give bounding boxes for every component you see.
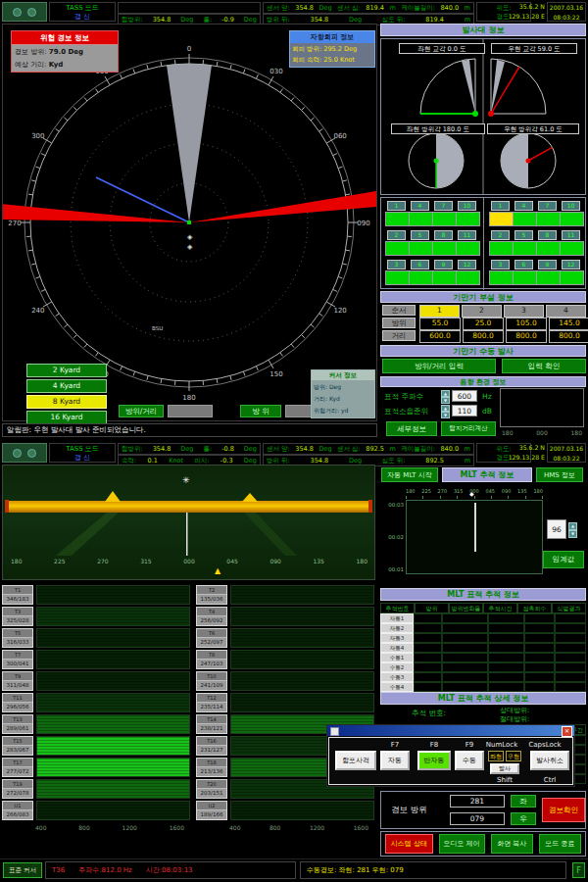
- alarm-port-button[interactable]: 좌: [511, 795, 536, 808]
- noise-level-value[interactable]: 110: [452, 405, 477, 416]
- deploy-bearing-value[interactable]: 105.0: [506, 318, 547, 330]
- refresh-label[interactable]: 갱 신: [50, 454, 115, 463]
- dialog-titlebar[interactable]: ✕: [327, 725, 574, 736]
- track-row[interactable]: T10241/109: [196, 670, 374, 692]
- deploy-range-value[interactable]: 800.0: [463, 330, 504, 343]
- track-row[interactable]: T15283/067: [2, 735, 190, 757]
- track-row[interactable]: T19272/078: [2, 778, 190, 800]
- deploy-range-value[interactable]: 600.0: [419, 330, 461, 343]
- tube-cell[interactable]: 6: [513, 260, 535, 288]
- track-row[interactable]: T17277/072: [2, 757, 190, 778]
- tube-cell[interactable]: 9: [536, 260, 559, 288]
- tube-cell[interactable]: 7: [432, 201, 455, 229]
- spin-up-icon[interactable]: ▲: [441, 405, 450, 412]
- indicator-lamps-button[interactable]: [2, 2, 47, 22]
- noise-spinner[interactable]: ▲▼: [441, 405, 450, 417]
- mlt-track-row[interactable]: 자동1: [380, 613, 586, 623]
- alarm-confirm-button[interactable]: 경보확인: [542, 798, 585, 822]
- mode-exit-button[interactable]: 모드 종료: [539, 834, 581, 854]
- radar-plot[interactable]: 0030060090120150180210240270300330 ◈ ◈ B…: [3, 24, 376, 420]
- tube-cell[interactable]: 8: [536, 230, 559, 259]
- range-scale-button[interactable]: 2 Kyard: [26, 364, 107, 377]
- tube-cell[interactable]: 12: [456, 260, 478, 288]
- tube-cell[interactable]: 1: [489, 201, 512, 229]
- deploy-range-value[interactable]: 800.0: [506, 330, 547, 343]
- tube-cell[interactable]: 6: [409, 260, 431, 288]
- mlt-track-row[interactable]: 수동2: [380, 662, 586, 672]
- tube-cell[interactable]: 12: [560, 260, 582, 288]
- tube-cell[interactable]: 4: [409, 201, 431, 229]
- launch-control-dialog[interactable]: ✕ F7 F8 F9 NumLock CapsLock 함포사격 자동 반자동 …: [326, 724, 575, 787]
- track-row[interactable]: T3325/028: [2, 606, 190, 627]
- threshold-value[interactable]: 96: [547, 519, 566, 539]
- range-scale-button[interactable]: 4 Kyard: [26, 379, 107, 393]
- hms-info-button[interactable]: HMS 정보: [536, 467, 583, 482]
- order-button[interactable]: 3: [504, 305, 544, 318]
- tube-cell[interactable]: 10: [456, 201, 478, 229]
- target-freq-value[interactable]: 600: [452, 390, 477, 402]
- auto-mlt-start-button[interactable]: 자동 MLT 시작: [381, 467, 438, 482]
- fire-cancel-button[interactable]: 발사취소: [530, 751, 569, 770]
- spin-up-icon[interactable]: ▲: [568, 522, 577, 530]
- standard-cursor-button[interactable]: 표준 커서: [3, 862, 42, 878]
- f-key-button[interactable]: F: [572, 862, 585, 878]
- deploy-bearing-value[interactable]: 25.0: [463, 318, 504, 330]
- mlt-track-row[interactable]: 자동3: [380, 633, 586, 643]
- range-scale-button[interactable]: 8 Kyard: [26, 395, 107, 409]
- bearing-button[interactable]: 방 위: [240, 405, 281, 417]
- mlt-track-row[interactable]: 자동2: [380, 623, 586, 633]
- bearing-range-input-button[interactable]: 방위/거리 입력: [382, 359, 496, 373]
- mlt-chart[interactable]: 180225270315000045090135180 ◆ 00:0300:02…: [380, 486, 586, 584]
- indicator-lamps-button[interactable]: [2, 443, 47, 463]
- track-row[interactable]: T12235/114: [196, 692, 374, 713]
- track-row[interactable]: T4256/092: [196, 606, 374, 627]
- fire-button[interactable]: 발사: [490, 763, 519, 774]
- tube-cell[interactable]: 3: [489, 260, 512, 288]
- alarm-stbd-button[interactable]: 우: [511, 812, 536, 825]
- track-row[interactable]: U1266/083: [2, 800, 190, 821]
- track-row[interactable]: T13289/061: [2, 713, 190, 735]
- track-row[interactable]: T6252/097: [196, 627, 374, 649]
- tube-cell[interactable]: 5: [409, 230, 431, 259]
- range-scale-button[interactable]: 16 Kyard: [26, 411, 107, 424]
- semi-auto-mode-button[interactable]: 반자동: [417, 751, 451, 770]
- track-row[interactable]: T2135/036: [196, 584, 374, 606]
- tube-cell[interactable]: 9: [432, 260, 455, 288]
- tube-cell[interactable]: 1: [385, 201, 408, 229]
- tube-cell[interactable]: 7: [536, 201, 559, 229]
- stbd-select-button[interactable]: 우현: [506, 751, 521, 761]
- spin-down-icon[interactable]: ▼: [441, 412, 450, 418]
- waterfall-display[interactable]: ✳ 180225270315000045090135180 ▲: [2, 465, 375, 580]
- audio-control-button[interactable]: 오디오 제어: [439, 834, 485, 854]
- spin-down-icon[interactable]: ▼: [568, 530, 577, 538]
- close-icon[interactable]: ✕: [562, 726, 572, 737]
- tube-cell[interactable]: 5: [513, 230, 535, 259]
- bearing-cursor-triangle[interactable]: ▲: [215, 566, 220, 575]
- freq-spinner[interactable]: ▲▼: [441, 390, 450, 403]
- screen-copy-button[interactable]: 화면 복사: [491, 834, 533, 854]
- mlt-track-row[interactable]: 자동4: [380, 643, 586, 653]
- track-row[interactable]: U2189/166: [196, 800, 374, 821]
- tube-cell[interactable]: 2: [385, 230, 408, 259]
- tube-cell[interactable]: 10: [560, 201, 582, 229]
- tube-cell[interactable]: 11: [456, 230, 478, 259]
- tube-cell[interactable]: 11: [560, 230, 582, 259]
- order-button[interactable]: 2: [462, 305, 502, 318]
- detail-info-button[interactable]: 세부정보: [386, 421, 437, 436]
- refresh-label[interactable]: 갱 신: [50, 13, 115, 22]
- order-button[interactable]: 1: [419, 305, 460, 318]
- manual-mode-button[interactable]: 수동: [455, 751, 484, 770]
- threshold-button[interactable]: 임계값: [543, 551, 584, 568]
- detection-range-calc-button[interactable]: 탐지거리계산: [441, 421, 496, 436]
- system-status-button[interactable]: 시스템 상태: [385, 834, 433, 854]
- tube-cell[interactable]: 4: [513, 201, 535, 229]
- spin-down-icon[interactable]: ▼: [441, 397, 450, 404]
- bearing-range-button[interactable]: 방위/거리: [119, 405, 164, 417]
- track-row[interactable]: T1346/183: [2, 584, 190, 606]
- spin-up-icon[interactable]: ▲: [441, 390, 450, 397]
- mlt-track-row[interactable]: 수동3: [380, 672, 586, 682]
- threshold-spinner[interactable]: ▲▼: [568, 522, 577, 538]
- track-row[interactable]: T5316/033: [2, 627, 190, 649]
- deploy-bearing-value[interactable]: 145.0: [549, 318, 588, 330]
- tube-cell[interactable]: 2: [489, 230, 512, 259]
